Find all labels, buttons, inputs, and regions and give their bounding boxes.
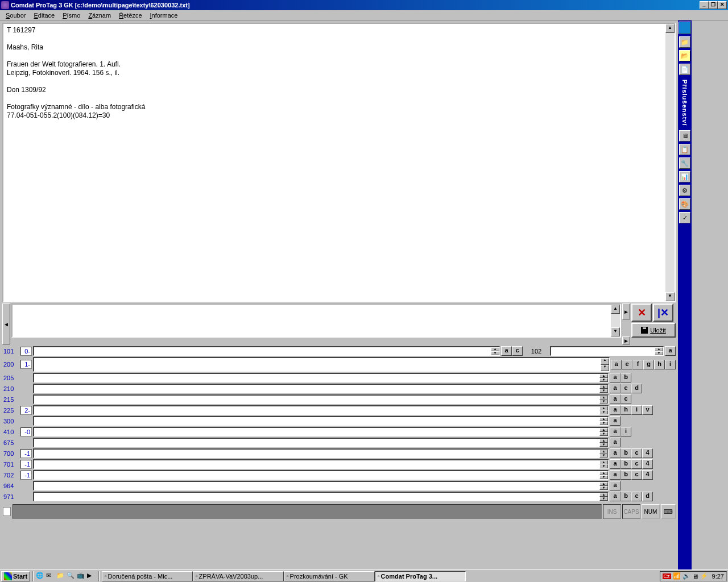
side-win-icon[interactable]	[679, 22, 691, 34]
field-sub[interactable]: 0-	[20, 347, 32, 356]
field-input[interactable]: ▲▼	[33, 448, 609, 458]
field-input[interactable]: ▲▼	[33, 416, 609, 426]
tag-c[interactable]: c	[631, 459, 642, 469]
side-folder1-icon[interactable]: 📁	[679, 36, 690, 48]
tag-a[interactable]: a	[610, 481, 621, 490]
field-input[interactable]: ▲▼	[33, 459, 609, 469]
input-textarea[interactable]: ▲ ▼	[11, 304, 621, 338]
scroll-down-button[interactable]: ▼	[665, 292, 675, 301]
tray-clock[interactable]: 9:27	[712, 573, 724, 580]
tag-a[interactable]: a	[610, 459, 621, 469]
field-sub[interactable]: -1	[20, 471, 32, 480]
field-sub[interactable]: -0	[20, 427, 32, 436]
side-tool1-icon[interactable]: 🖥	[679, 130, 690, 142]
tag-a[interactable]: a	[610, 394, 621, 404]
field-input[interactable]: ▲▼	[33, 470, 609, 480]
vertical-scrollbar[interactable]: ▲ ▼	[665, 24, 675, 301]
tag-b[interactable]: b	[621, 470, 631, 480]
keyboard-icon[interactable]: ⌨	[661, 504, 676, 519]
tag-h[interactable]: h	[621, 405, 631, 415]
tag-4[interactable]: 4	[642, 459, 653, 469]
tag-i[interactable]: i	[665, 360, 676, 369]
menu-pismo[interactable]: Písmo	[59, 11, 84, 19]
tag-a[interactable]: a	[610, 405, 621, 415]
document-textbox[interactable]: T 161297 Maahs, Rita Frauen der Welt fot…	[2, 23, 676, 302]
tag-v[interactable]: v	[642, 405, 653, 415]
nav-right-button[interactable]: ►	[622, 304, 630, 319]
scroll-down-icon[interactable]: ▼	[611, 327, 620, 336]
tag-c[interactable]: c	[631, 470, 642, 480]
field-input[interactable]: ▲▼	[33, 481, 609, 490]
delete-red-button[interactable]: ✕	[631, 304, 652, 322]
side-tool2-icon[interactable]: 📋	[679, 144, 690, 155]
tag-b[interactable]: b	[621, 448, 631, 458]
tag-a[interactable]: a	[610, 384, 621, 393]
field-input[interactable]: ▲▼	[33, 427, 609, 436]
tag-g[interactable]: g	[643, 360, 654, 369]
taskbar-task[interactable]: ▫Comdat ProTag 3...	[375, 571, 466, 581]
scroll-up-icon[interactable]: ▲	[611, 305, 620, 314]
tag-a[interactable]: a	[610, 470, 621, 480]
tag-f[interactable]: f	[632, 360, 643, 369]
maximize-button[interactable]: ❐	[709, 1, 718, 9]
field-input[interactable]: ▲▼	[33, 492, 609, 501]
tag-4[interactable]: 4	[642, 448, 653, 458]
tag-d[interactable]: d	[642, 492, 653, 501]
tag-a[interactable]: a	[610, 438, 621, 447]
tray-icon-4[interactable]: ⚡	[700, 572, 708, 580]
tag-a[interactable]: a	[610, 448, 621, 458]
tag-b[interactable]: b	[621, 373, 631, 383]
menu-informace[interactable]: Informace	[147, 11, 181, 19]
quicklaunch-4-icon[interactable]: 🔍	[67, 572, 76, 581]
field-input[interactable]: ▲▼	[33, 405, 609, 415]
field-input[interactable]: ▲▼	[33, 346, 500, 356]
tag-a[interactable]: a	[501, 346, 512, 356]
tag-e[interactable]: e	[622, 360, 632, 369]
tag-c[interactable]: c	[631, 448, 642, 458]
side-doc-icon[interactable]: 📄	[679, 64, 690, 75]
side-tool3-icon[interactable]: 🔧	[679, 157, 690, 169]
side-tool6-icon[interactable]: 🎨	[679, 198, 690, 210]
nav-right-small-button[interactable]: ►	[622, 336, 630, 344]
taskbar-task[interactable]: ▫Prozkoumávání - GK	[284, 571, 375, 581]
quicklaunch-5-icon[interactable]: 📺	[77, 572, 86, 581]
menu-retezce[interactable]: Řetězce	[115, 11, 145, 19]
menu-editace[interactable]: Editace	[30, 11, 58, 19]
quicklaunch-ie-icon[interactable]: 🌐	[36, 572, 45, 581]
tag-c[interactable]: c	[512, 346, 523, 356]
field-input[interactable]: ▲▼	[33, 357, 610, 372]
field-sub[interactable]: -1	[20, 460, 32, 469]
delete-blue-button[interactable]: |✕	[653, 304, 673, 322]
taskbar-task[interactable]: ▫Doručená pošta - Mic...	[102, 571, 193, 581]
tag-a[interactable]: a	[610, 373, 621, 383]
side-tool5-icon[interactable]: ⚙	[679, 185, 690, 196]
tray-lang[interactable]: Cz	[663, 573, 671, 579]
field-sub[interactable]: 1-	[20, 360, 32, 369]
quicklaunch-3-icon[interactable]: 📁	[56, 572, 65, 581]
tag-c[interactable]: c	[621, 394, 631, 404]
side-tool4-icon[interactable]: 📊	[679, 171, 690, 182]
quicklaunch-mail-icon[interactable]: ✉	[46, 572, 55, 581]
field-input[interactable]: ▲▼	[33, 373, 609, 383]
minimize-button[interactable]: _	[700, 1, 709, 9]
tag-a[interactable]: a	[610, 427, 621, 436]
tray-icon-3[interactable]: 🖥	[692, 573, 698, 580]
tray-icon-2[interactable]: 🔊	[682, 572, 690, 580]
menu-soubor[interactable]: Soubor	[2, 11, 29, 19]
tag-b[interactable]: b	[621, 459, 631, 469]
tag-h[interactable]: h	[654, 360, 665, 369]
field-input[interactable]: ▲▼	[550, 346, 664, 356]
tag-a[interactable]: a	[665, 346, 676, 356]
menu-zaznam[interactable]: Záznam	[85, 11, 114, 19]
document-text[interactable]: T 161297 Maahs, Rita Frauen der Welt fot…	[3, 24, 675, 301]
tag-b[interactable]: b	[621, 492, 631, 501]
tag-i[interactable]: i	[631, 405, 642, 415]
tray-icon-1[interactable]: 📶	[673, 572, 681, 580]
tag-a[interactable]: a	[610, 492, 621, 501]
taskbar-task[interactable]: ▫ZPRÁVA-VaV2003up...	[193, 571, 284, 581]
tag-d[interactable]: d	[631, 384, 642, 393]
tag-a[interactable]: a	[611, 360, 622, 369]
scroll-up-button[interactable]: ▲	[665, 24, 675, 33]
quicklaunch-6-icon[interactable]: ▶	[87, 572, 96, 581]
field-input[interactable]: ▲▼	[33, 438, 609, 447]
